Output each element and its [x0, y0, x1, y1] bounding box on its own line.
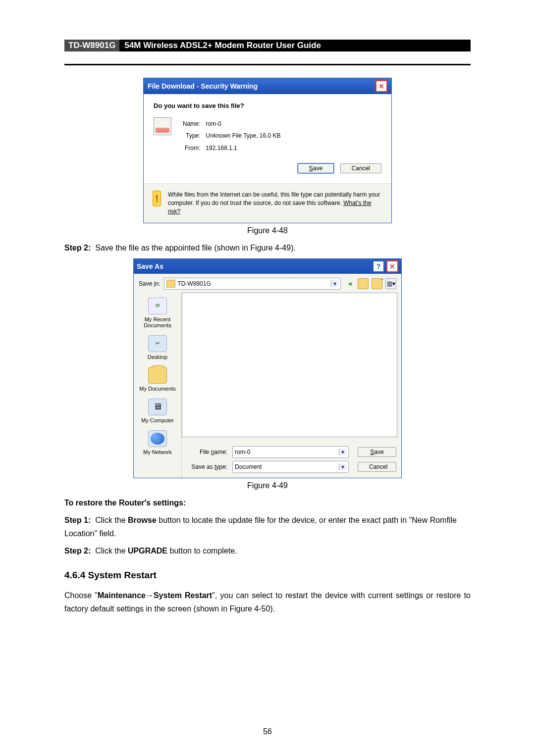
places-bar: My Recent Documents Desktop My Documents… [134, 293, 182, 478]
figure-448-caption: Figure 4-48 [64, 226, 471, 235]
file-download-question: Do you want to save this file? [154, 102, 381, 109]
save-as-title: Save As [137, 262, 163, 270]
filename-combo[interactable]: rom-0 ▾ [232, 446, 349, 458]
header-rule [64, 64, 471, 65]
section-heading: 4.6.4 System Restart [64, 570, 471, 581]
restore-step2: Step 2: Click the UPGRADE button to comp… [64, 544, 471, 557]
save-as-titlebar[interactable]: Save As ? ✕ [134, 259, 401, 274]
filename-label: File name: [187, 449, 227, 455]
doc-title: 54M Wireless ADSL2+ Modem Router User Gu… [119, 40, 471, 51]
place-desktop[interactable]: Desktop [135, 332, 180, 363]
place-my-documents[interactable]: My Documents [135, 364, 180, 395]
file-info-table: Name:rom-0 Type:Unknown File Type, 16.0 … [181, 117, 282, 154]
chevron-down-icon[interactable]: ▾ [339, 463, 346, 470]
warning-icon: ! [153, 191, 161, 206]
place-my-computer[interactable]: My Computer [135, 396, 180, 426]
save-button[interactable]: SSaveave [298, 163, 334, 173]
save-as-dialog: Save As ? ✕ Save in: TD-W8901G ▾ ◄ ▥▾ [133, 258, 402, 478]
chevron-down-icon[interactable]: ▾ [339, 449, 346, 455]
cancel-button[interactable]: Cancel [358, 462, 396, 472]
place-my-network[interactable]: My Network [135, 427, 180, 458]
close-icon[interactable]: ✕ [375, 80, 387, 92]
doc-model: TD-W8901G [64, 40, 119, 51]
place-recent-documents[interactable]: My Recent Documents [135, 295, 180, 331]
restore-step1: Step 1: Click the Browse button to locat… [64, 513, 471, 540]
help-icon[interactable]: ? [373, 260, 384, 272]
restore-heading: To restore the Router's settings: [64, 496, 471, 509]
save-in-combo[interactable]: TD-W8901G ▾ [164, 278, 341, 290]
new-folder-icon[interactable] [372, 278, 382, 289]
folder-icon [166, 280, 175, 288]
views-icon[interactable]: ▥▾ [385, 278, 396, 289]
step2a: Step 2: Save the file as the appointed f… [64, 241, 471, 254]
saveastype-combo[interactable]: Document ▾ [232, 461, 349, 473]
figure-449-caption: Figure 4-49 [64, 481, 471, 490]
back-icon[interactable]: ◄ [345, 279, 355, 289]
close-icon[interactable]: ✕ [386, 260, 398, 272]
file-download-title: File Download - Security Warning [148, 82, 258, 90]
save-button[interactable]: Save [358, 447, 396, 457]
saveastype-label: Save as type: [187, 463, 227, 470]
chevron-down-icon[interactable]: ▾ [331, 280, 338, 287]
cancel-button[interactable]: Cancel [340, 163, 381, 173]
section-paragraph: Choose "Maintenance→System Restart", you… [64, 589, 471, 615]
doc-header: TD-W8901G 54M Wireless ADSL2+ Modem Rout… [64, 40, 471, 51]
file-list-area[interactable] [182, 293, 397, 437]
warning-text: While files from the Internet can be use… [168, 191, 382, 215]
file-download-titlebar[interactable]: File Download - Security Warning ✕ [144, 78, 391, 94]
file-icon [154, 117, 171, 135]
page-number: 56 [263, 727, 272, 736]
file-download-dialog: File Download - Security Warning ✕ Do yo… [143, 78, 392, 223]
save-in-label: Save in: [139, 280, 160, 287]
up-one-level-icon[interactable] [358, 278, 369, 289]
